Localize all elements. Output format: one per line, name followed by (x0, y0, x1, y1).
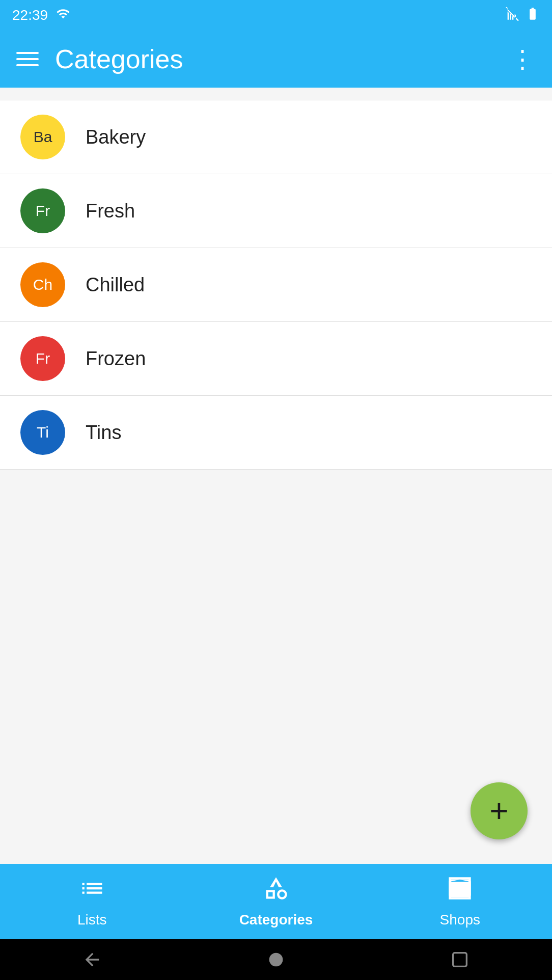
list-item[interactable]: Ti Tins (0, 396, 552, 470)
category-label-tins: Tins (86, 422, 121, 444)
category-label-frozen: Frozen (86, 348, 146, 370)
list-item[interactable]: Fr Frozen (0, 322, 552, 396)
nav-label-lists: Lists (77, 912, 107, 928)
avatar-fresh: Fr (20, 188, 65, 233)
category-label-bakery: Bakery (86, 126, 146, 148)
nav-item-shops[interactable]: Shops (368, 864, 552, 939)
status-bar: 22:39 (0, 0, 552, 31)
hamburger-menu-button[interactable] (16, 52, 39, 66)
avatar-chilled: Ch (20, 262, 65, 307)
home-button[interactable] (264, 947, 288, 972)
svg-point-1 (269, 953, 283, 967)
app-bar-left: Categories (16, 44, 183, 74)
main-content: Ba Bakery Fr Fresh Ch Chilled Fr Frozen … (0, 88, 552, 864)
avatar-bakery: Ba (20, 115, 65, 159)
avatar-frozen: Fr (20, 336, 65, 381)
back-button[interactable] (80, 947, 104, 972)
bottom-navigation: Lists Categories Shops (0, 864, 552, 939)
battery-icon (526, 7, 540, 24)
list-item[interactable]: Fr Fresh (0, 174, 552, 248)
app-bar: Categories ⋮ (0, 31, 552, 88)
recents-button[interactable] (448, 947, 472, 972)
more-options-button[interactable]: ⋮ (510, 45, 536, 73)
list-icon (79, 875, 105, 908)
page-title: Categories (55, 44, 183, 74)
status-bar-left: 22:39 (12, 7, 70, 24)
categories-list: Ba Bakery Fr Fresh Ch Chilled Fr Frozen … (0, 100, 552, 470)
list-item[interactable]: Ch Chilled (0, 248, 552, 322)
nav-item-lists[interactable]: Lists (0, 864, 184, 939)
system-navigation-bar (0, 939, 552, 980)
nav-label-categories: Categories (239, 912, 313, 928)
nav-item-categories[interactable]: Categories (184, 864, 368, 939)
plus-icon: + (489, 795, 508, 827)
nav-label-shops: Shops (440, 912, 480, 928)
categories-icon (263, 875, 289, 908)
shops-icon (447, 875, 473, 908)
category-label-chilled: Chilled (86, 274, 145, 296)
status-bar-right (505, 7, 540, 24)
status-time: 22:39 (12, 7, 48, 23)
svg-rect-2 (453, 953, 467, 967)
status-network-icon (56, 7, 70, 24)
signal-icon (505, 7, 519, 24)
category-label-fresh: Fresh (86, 200, 135, 222)
list-item[interactable]: Ba Bakery (0, 100, 552, 174)
add-category-button[interactable]: + (471, 782, 528, 839)
avatar-tins: Ti (20, 410, 65, 455)
